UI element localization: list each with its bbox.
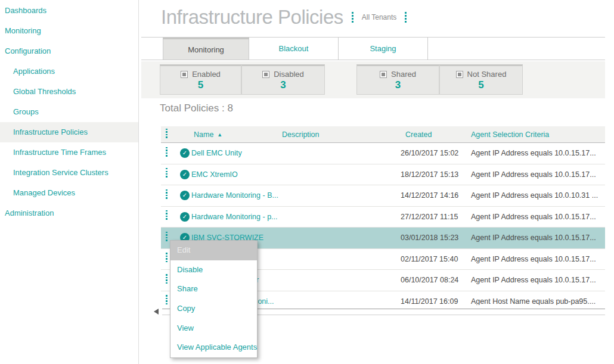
policy-criteria: Agent IP Address equals 10.0.10.31 ... <box>465 191 605 200</box>
stat-label: Not Shared <box>467 70 507 79</box>
sidebar: Dashboards Monitoring Configuration Appl… <box>0 0 139 364</box>
tab-staging[interactable]: Staging <box>339 38 428 60</box>
sidebar-item-infrastructure-policies[interactable]: Infrastructure Policies <box>0 122 138 142</box>
stat-value: 3 <box>280 79 286 91</box>
tab-bar: Monitoring Blackout Staging <box>141 37 605 60</box>
table-row[interactable]: EMC XtremIO 18/12/2017 15:13 Agent IP Ad… <box>161 164 605 186</box>
checkbox-icon <box>181 71 188 78</box>
policy-created: 06/10/2017 08:24 <box>393 276 465 284</box>
policy-criteria: Agent Host Name equals pub-pa95.... <box>465 297 605 305</box>
page-title: Infrastructure Policies <box>161 6 343 29</box>
policy-criteria: Agent IP Address equals 10.0.15.17... <box>465 170 605 179</box>
stat-label: Enabled <box>192 70 221 79</box>
sidebar-item-administration[interactable]: Administration <box>0 203 138 223</box>
policy-created: 02/11/2017 15:40 <box>393 255 465 263</box>
column-header-description[interactable]: Description <box>274 130 393 139</box>
scroll-left-arrow-icon[interactable] <box>154 309 159 315</box>
table-menu-icon[interactable] <box>166 129 168 139</box>
column-header-name[interactable]: Name ▲ <box>180 130 274 139</box>
row-menu-icon[interactable] <box>166 189 168 200</box>
row-menu-icon[interactable] <box>166 210 168 220</box>
stat-enabled[interactable]: Enabled 5 <box>160 64 241 95</box>
sidebar-item-configuration[interactable]: Configuration <box>0 41 138 61</box>
stat-label: Disabled <box>274 70 304 79</box>
table-header-row: Name ▲ Description Created Agent Selecti… <box>161 126 605 143</box>
context-menu-item-edit[interactable]: Edit <box>170 241 257 260</box>
sidebar-item-dashboards[interactable]: Dashboards <box>0 1 138 21</box>
row-menu-icon[interactable] <box>166 295 168 305</box>
row-menu-icon[interactable] <box>166 274 168 284</box>
policy-name-link[interactable]: EMC XtremIO <box>191 170 238 179</box>
policy-created: 27/12/2017 11:15 <box>393 213 465 221</box>
stat-disabled[interactable]: Disabled 3 <box>241 64 325 95</box>
column-header-created[interactable]: Created <box>393 130 465 139</box>
policy-criteria: Agent IP Address equals 10.0.15.17... <box>465 255 605 263</box>
stat-value: 5 <box>198 79 203 91</box>
policy-created: 18/12/2017 15:13 <box>393 170 465 179</box>
policy-name-link[interactable]: Dell EMC Unity <box>191 149 242 157</box>
enabled-check-icon <box>180 148 190 158</box>
context-menu-item-view-applicable-agents[interactable]: View Applicable Agents <box>170 338 257 357</box>
enabled-check-icon <box>180 170 190 179</box>
stat-not-shared[interactable]: Not Shared 5 <box>439 64 523 95</box>
stat-label: Shared <box>391 70 416 79</box>
policy-created: 26/10/2017 15:02 <box>393 149 465 157</box>
policy-criteria: Agent IP Address equals 10.0.15.17... <box>465 276 605 284</box>
sidebar-item-infrastructure-time-frames[interactable]: Infrastructure Time Frames <box>0 142 138 163</box>
context-menu-item-share[interactable]: Share <box>170 279 257 299</box>
column-header-name-label: Name <box>194 130 213 139</box>
context-menu: Edit Disable Share Copy View View Applic… <box>170 240 258 358</box>
policy-criteria: Agent IP Address equals 10.0.15.17... <box>465 234 605 242</box>
row-menu-icon[interactable] <box>166 168 168 178</box>
tenant-menu-icon[interactable] <box>405 12 407 23</box>
page-menu-icon[interactable] <box>352 12 353 23</box>
sidebar-item-applications[interactable]: Applications <box>0 61 138 82</box>
sidebar-item-managed-devices[interactable]: Managed Devices <box>0 183 138 203</box>
stat-shared[interactable]: Shared 3 <box>356 64 439 95</box>
sort-ascending-icon: ▲ <box>217 132 222 138</box>
policy-name-link[interactable]: Hardware Monitoring - B... <box>191 191 278 200</box>
policy-name-link[interactable]: Hardware Monitoring - p... <box>191 213 278 221</box>
enabled-check-icon <box>180 212 190 222</box>
stat-value: 3 <box>395 79 401 91</box>
main-content: Infrastructure Policies All Tenants Moni… <box>141 0 614 364</box>
enabled-check-icon <box>180 191 190 200</box>
policy-created: 14/11/2017 16:09 <box>393 297 465 305</box>
checkbox-icon <box>380 71 387 78</box>
stats-band: Enabled 5 Disabled 3 Shared 3 Not Shared… <box>141 61 605 98</box>
stat-value: 5 <box>478 79 483 91</box>
tenant-selector[interactable]: All Tenants <box>362 13 396 21</box>
policy-criteria: Agent IP Address equals 10.0.15.17... <box>465 149 605 157</box>
policy-created: 03/01/2018 15:23 <box>393 234 465 242</box>
row-menu-icon[interactable] <box>166 253 168 263</box>
tab-blackout[interactable]: Blackout <box>249 38 339 60</box>
sidebar-item-monitoring[interactable]: Monitoring <box>0 21 138 41</box>
context-menu-item-view[interactable]: View <box>170 319 257 338</box>
table-row[interactable]: Hardware Monitoring - p... 27/12/2017 11… <box>161 207 605 228</box>
table-row[interactable]: Hardware Monitoring - B... 14/12/2017 14… <box>161 185 605 207</box>
policy-criteria: Agent IP Address equals 10.0.15.17... <box>465 213 605 221</box>
page-header: Infrastructure Policies All Tenants <box>141 0 614 35</box>
checkbox-icon <box>262 71 269 78</box>
total-policies-label: Total Policies : 8 <box>160 102 233 114</box>
policy-created: 14/12/2017 14:16 <box>393 191 465 200</box>
context-menu-item-disable[interactable]: Disable <box>170 260 257 280</box>
table-row[interactable]: Dell EMC Unity 26/10/2017 15:02 Agent IP… <box>161 143 605 164</box>
sidebar-item-groups[interactable]: Groups <box>0 102 138 122</box>
context-menu-item-copy[interactable]: Copy <box>170 299 257 319</box>
column-header-criteria[interactable]: Agent Selection Criteria <box>465 130 605 139</box>
row-menu-icon[interactable] <box>166 147 168 157</box>
sidebar-item-integration-service-clusters[interactable]: Integration Service Clusters <box>0 163 138 183</box>
sidebar-item-global-thresholds[interactable]: Global Thresholds <box>0 82 138 102</box>
row-menu-icon[interactable] <box>166 232 168 242</box>
tab-monitoring[interactable]: Monitoring <box>163 38 249 60</box>
checkbox-icon <box>456 71 463 78</box>
